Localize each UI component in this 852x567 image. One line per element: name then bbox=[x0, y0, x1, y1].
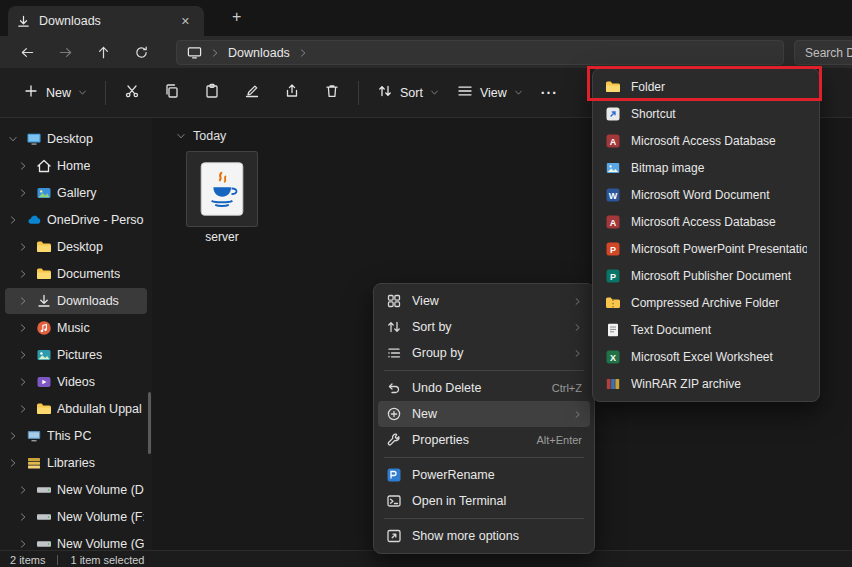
chevron-right-icon[interactable] bbox=[18, 539, 31, 549]
folder-icon bbox=[36, 239, 52, 255]
sidebar-item-label: New Volume (G:) bbox=[57, 537, 144, 550]
new-submenu-item-microsoft-publisher-document[interactable]: PMicrosoft Publisher Document bbox=[597, 262, 815, 289]
sidebar-item-label: Home bbox=[57, 159, 90, 173]
up-button[interactable] bbox=[84, 38, 122, 66]
chevron-right-icon[interactable] bbox=[18, 188, 31, 198]
menu-item-shortcut: Ctrl+Z bbox=[552, 382, 582, 394]
chevron-right-icon[interactable] bbox=[298, 48, 308, 58]
sidebar-item-pictures[interactable]: Pictures bbox=[5, 342, 147, 368]
pictures-icon bbox=[36, 347, 52, 363]
drive-icon bbox=[36, 509, 52, 525]
file-item-server[interactable]: server bbox=[176, 151, 268, 244]
new-tab-button[interactable]: + bbox=[226, 8, 247, 26]
chevron-down-icon bbox=[78, 88, 87, 97]
chevron-down-icon bbox=[430, 88, 439, 97]
bitmap-icon bbox=[605, 160, 621, 176]
explorer-tab[interactable]: Downloads ✕ bbox=[8, 6, 204, 36]
context-menu-item-open-in-terminal[interactable]: Open in Terminal bbox=[378, 488, 590, 514]
items-count: 2 items bbox=[10, 554, 45, 566]
rename-button[interactable] bbox=[235, 77, 269, 109]
copy-button[interactable] bbox=[155, 77, 189, 109]
chevron-right-icon[interactable] bbox=[18, 350, 31, 360]
chevron-down-icon[interactable] bbox=[8, 134, 21, 144]
paste-button[interactable] bbox=[195, 77, 229, 109]
chevron-right-icon[interactable] bbox=[8, 215, 21, 225]
context-menu-item-sort-by[interactable]: Sort by bbox=[378, 314, 590, 340]
new-submenu-item-bitmap-image[interactable]: Bitmap image bbox=[597, 154, 815, 181]
sidebar-scrollbar[interactable] bbox=[148, 392, 151, 454]
new-submenu-item-folder[interactable]: Folder bbox=[597, 73, 815, 100]
chevron-right-icon[interactable] bbox=[18, 404, 31, 414]
chevron-right-icon[interactable] bbox=[8, 431, 21, 441]
cut-button[interactable] bbox=[115, 77, 149, 109]
sidebar-item-onedrive-personal[interactable]: OneDrive - Personal bbox=[5, 207, 147, 233]
sidebar-item-abdullah-uppal[interactable]: Abdullah Uppal bbox=[5, 396, 147, 422]
new-submenu-item-compressed-archive-folder[interactable]: Compressed Archive Folder bbox=[597, 289, 815, 316]
chevron-right-icon[interactable] bbox=[18, 296, 31, 306]
chevron-right-icon[interactable] bbox=[18, 161, 31, 171]
context-menu-item-show-more-options[interactable]: Show more options bbox=[378, 523, 590, 549]
sidebar-item-videos[interactable]: Videos bbox=[5, 369, 147, 395]
sidebar-item-documents[interactable]: Documents bbox=[5, 261, 147, 287]
sidebar-item-desktop[interactable]: Desktop bbox=[5, 126, 147, 152]
chevron-right-icon[interactable] bbox=[18, 323, 31, 333]
sidebar-item-this-pc[interactable]: This PC bbox=[5, 423, 147, 449]
sidebar-item-downloads[interactable]: Downloads bbox=[5, 288, 147, 314]
sidebar: DesktopHomeGalleryOneDrive - PersonalDes… bbox=[0, 118, 152, 550]
sidebar-item-gallery[interactable]: Gallery bbox=[5, 180, 147, 206]
menu-item-label: Shortcut bbox=[631, 107, 807, 121]
sort-icon bbox=[377, 83, 393, 102]
refresh-button[interactable] bbox=[122, 38, 160, 66]
context-menu-item-properties[interactable]: PropertiesAlt+Enter bbox=[378, 427, 590, 453]
new-submenu-item-shortcut[interactable]: Shortcut bbox=[597, 100, 815, 127]
new-submenu-item-microsoft-access-database[interactable]: AMicrosoft Access Database bbox=[597, 127, 815, 154]
chevron-down-icon bbox=[514, 88, 523, 97]
context-menu-item-view[interactable]: View bbox=[378, 288, 590, 314]
file-name: server bbox=[205, 230, 238, 244]
chevron-right-icon[interactable] bbox=[18, 269, 31, 279]
chevron-right-icon[interactable] bbox=[18, 242, 31, 252]
sidebar-item-label: Libraries bbox=[47, 456, 95, 470]
search-input[interactable] bbox=[794, 40, 852, 65]
context-menu-item-powerrename[interactable]: PowerRename bbox=[378, 462, 590, 488]
menu-item-label: PowerRename bbox=[412, 468, 582, 482]
sidebar-item-home[interactable]: Home bbox=[5, 153, 147, 179]
new-submenu-item-winrar-zip-archive[interactable]: WinRAR ZIP archive bbox=[597, 370, 815, 397]
new-submenu-item-microsoft-access-database[interactable]: AMicrosoft Access Database bbox=[597, 208, 815, 235]
terminal-icon bbox=[386, 493, 402, 509]
view-button[interactable]: View bbox=[448, 76, 532, 109]
new-submenu-item-microsoft-word-document[interactable]: WMicrosoft Word Document bbox=[597, 181, 815, 208]
pc-icon bbox=[26, 428, 42, 444]
see-more-button[interactable]: ··· bbox=[532, 78, 567, 108]
new-button[interactable]: New bbox=[14, 76, 96, 109]
textdoc-icon bbox=[605, 322, 621, 338]
sidebar-item-desktop[interactable]: Desktop bbox=[5, 234, 147, 260]
new-submenu-item-text-document[interactable]: Text Document bbox=[597, 316, 815, 343]
sidebar-item-music[interactable]: Music bbox=[5, 315, 147, 341]
delete-button[interactable] bbox=[315, 77, 349, 109]
sidebar-item-new-volume-f[interactable]: New Volume (F:) bbox=[5, 504, 147, 530]
context-menu-item-group-by[interactable]: Group by bbox=[378, 340, 590, 366]
context-menu-item-new[interactable]: New bbox=[378, 401, 590, 427]
sort-button[interactable]: Sort bbox=[368, 76, 448, 109]
context-menu-item-undo-delete[interactable]: Undo DeleteCtrl+Z bbox=[378, 375, 590, 401]
share-button[interactable] bbox=[275, 77, 309, 109]
sidebar-item-libraries[interactable]: Libraries bbox=[5, 450, 147, 476]
sidebar-item-new-volume-d[interactable]: New Volume (D:) bbox=[5, 477, 147, 503]
tab-close-icon[interactable]: ✕ bbox=[175, 13, 196, 30]
address-bar[interactable]: Downloads bbox=[176, 40, 784, 65]
chevron-right-icon[interactable] bbox=[18, 512, 31, 522]
forward-button[interactable] bbox=[46, 38, 84, 66]
chevron-right-icon[interactable] bbox=[8, 458, 21, 468]
sidebar-item-label: Abdullah Uppal bbox=[57, 402, 142, 416]
new-submenu-item-microsoft-powerpoint-presentation[interactable]: PMicrosoft PowerPoint Presentation bbox=[597, 235, 815, 262]
chevron-right-icon[interactable] bbox=[18, 377, 31, 387]
new-submenu-item-microsoft-excel-worksheet[interactable]: XMicrosoft Excel Worksheet bbox=[597, 343, 815, 370]
menu-item-shortcut: Alt+Enter bbox=[536, 434, 582, 446]
breadcrumb[interactable]: Downloads bbox=[228, 46, 290, 60]
sidebar-item-new-volume-g[interactable]: New Volume (G:) bbox=[5, 531, 147, 550]
menu-item-label: Group by bbox=[412, 346, 563, 360]
back-button[interactable] bbox=[8, 38, 46, 66]
chevron-right-icon[interactable] bbox=[18, 485, 31, 495]
menu-item-label: Microsoft Publisher Document bbox=[631, 269, 807, 283]
